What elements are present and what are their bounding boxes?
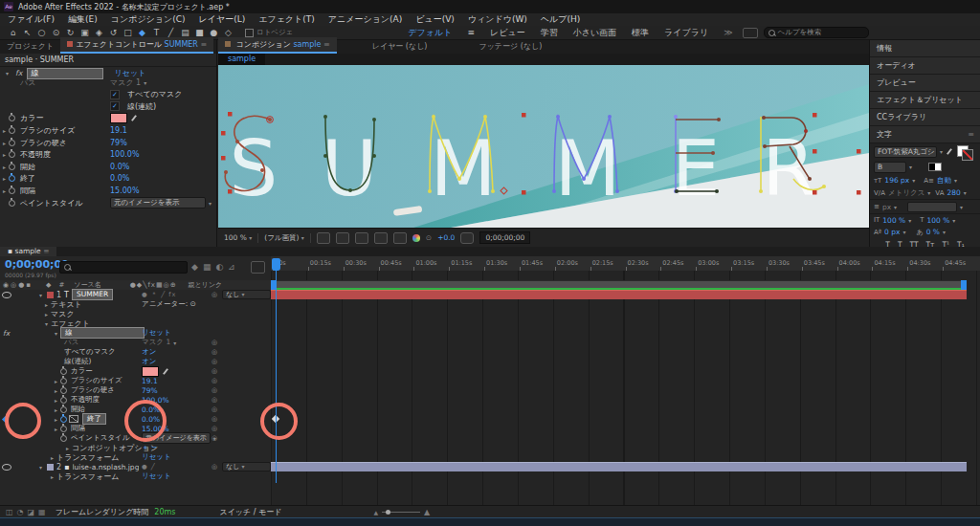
snapshot-camera-icon[interactable] bbox=[460, 232, 474, 244]
twirl-icon[interactable]: ▾ bbox=[36, 292, 45, 298]
ec-row-10[interactable]: ペイントスタイル元のイメージを表示▾ bbox=[0, 197, 217, 208]
property-value[interactable]: 19.1 bbox=[142, 377, 158, 385]
stopwatch-icon[interactable] bbox=[9, 187, 15, 194]
workspace-tab-4[interactable]: 標準 bbox=[632, 27, 649, 39]
mask-handle[interactable] bbox=[813, 149, 817, 154]
tl-row-prop-9[interactable]: ▸ブラシのサイズ19.1◎ bbox=[0, 376, 271, 385]
group-value[interactable]: リセット bbox=[142, 452, 171, 462]
twirl-icon[interactable]: ▸ bbox=[0, 151, 9, 158]
stopwatch-icon[interactable] bbox=[9, 200, 15, 207]
property-label[interactable]: パス bbox=[64, 338, 78, 347]
path-vertex[interactable] bbox=[323, 154, 327, 158]
workspace-overflow[interactable]: ≫ bbox=[724, 28, 732, 37]
mask-visibility-icon[interactable] bbox=[355, 232, 368, 244]
stroke-width-value[interactable]: px bbox=[882, 203, 891, 211]
selection-tool-icon[interactable]: ↖ bbox=[20, 28, 34, 37]
property-label[interactable]: 間隔 bbox=[71, 424, 85, 433]
mask-handle[interactable] bbox=[522, 190, 526, 195]
path-vertex[interactable] bbox=[822, 185, 826, 188]
tl-row-group-1[interactable]: ▸テキストアニメーター: ⊙ bbox=[0, 299, 271, 309]
label-color-chip[interactable] bbox=[47, 464, 54, 471]
playhead-head[interactable] bbox=[272, 258, 280, 271]
graph-editor-icon[interactable] bbox=[251, 261, 265, 274]
tl-row-effect-4[interactable]: fx▾線リセット bbox=[0, 328, 271, 338]
panel-header-1[interactable]: オーディオ bbox=[870, 57, 980, 75]
graph-toggle-icon[interactable] bbox=[69, 415, 78, 423]
eye-icon[interactable] bbox=[2, 464, 11, 471]
path-vertex[interactable] bbox=[808, 177, 812, 181]
pan-behind-tool-icon[interactable]: ◈ bbox=[92, 28, 106, 37]
parent-link-icon[interactable]: ◎ bbox=[212, 291, 217, 298]
rulers-icon[interactable] bbox=[393, 232, 407, 244]
menu-item-7[interactable]: ウィンドウ(W) bbox=[468, 13, 527, 26]
timeline-tab[interactable]: ▪ sample ≡ bbox=[0, 247, 56, 256]
property-value-wrap[interactable]: ✓ bbox=[110, 101, 120, 111]
twirl-icon[interactable]: ▸ bbox=[52, 426, 60, 432]
twirl-icon[interactable]: ▾ bbox=[42, 320, 51, 327]
twirl-icon[interactable]: ▸ bbox=[52, 387, 60, 394]
parent-select[interactable]: なし ▾ bbox=[222, 462, 271, 471]
expression-link-icon[interactable]: ◎ bbox=[212, 339, 217, 346]
ec-row-3[interactable]: カラー bbox=[0, 113, 217, 124]
stopwatch-icon[interactable] bbox=[9, 115, 15, 121]
twirl-icon[interactable]: ▸ bbox=[0, 164, 9, 170]
twirl-icon[interactable]: ▸ bbox=[48, 454, 56, 461]
rotobezier-checkbox[interactable] bbox=[245, 29, 254, 37]
property-value-wrap[interactable] bbox=[110, 113, 139, 123]
type-tool-icon[interactable]: T bbox=[149, 28, 164, 37]
path-vertex[interactable] bbox=[674, 115, 678, 119]
tl-row-prop-10[interactable]: ▸ブラシの硬さ79%◎ bbox=[0, 385, 271, 395]
leading-value[interactable]: 自動 bbox=[937, 176, 951, 186]
mask-handle[interactable] bbox=[228, 189, 233, 194]
menu-item-4[interactable]: エフェクト(T) bbox=[258, 13, 315, 26]
stopwatch-icon[interactable] bbox=[60, 387, 67, 394]
menu-item-8[interactable]: ヘルプ(H) bbox=[541, 13, 580, 26]
property-value[interactable]: 元のイメージを表示 bbox=[110, 197, 206, 208]
path-vertex[interactable] bbox=[235, 140, 239, 143]
stopwatch-icon[interactable] bbox=[60, 435, 67, 442]
stopwatch-icon[interactable] bbox=[60, 397, 67, 404]
property-label[interactable]: カラー bbox=[71, 366, 93, 376]
region-of-interest-icon[interactable] bbox=[317, 232, 330, 244]
tl-row-group-17[interactable]: ▸トランスフォームリセット bbox=[0, 452, 271, 462]
mask-handle[interactable] bbox=[813, 190, 817, 195]
tl-row-prop-6[interactable]: すべてのマスクオン◎ bbox=[0, 347, 271, 357]
twirl-icon[interactable]: ▸ bbox=[0, 187, 9, 194]
twirl-icon[interactable]: ▾ bbox=[52, 330, 60, 337]
path-vertex[interactable] bbox=[348, 188, 352, 192]
ec-row-8[interactable]: ▸終了0.0% bbox=[0, 173, 217, 185]
kerning-value[interactable]: メトリクス bbox=[888, 188, 924, 198]
label-color-chip[interactable] bbox=[47, 292, 54, 298]
parent-link-icon[interactable]: ◎ bbox=[212, 463, 217, 471]
fill-stroke-swatches[interactable] bbox=[957, 145, 972, 159]
stopwatch-icon[interactable] bbox=[60, 416, 67, 423]
status-toggle-icons[interactable]: ◫◔◪▦ bbox=[6, 508, 50, 516]
color-swatch[interactable] bbox=[110, 113, 127, 123]
property-label[interactable]: 不透明度 bbox=[71, 395, 100, 405]
brush-tool-icon[interactable]: ╱ bbox=[164, 28, 178, 37]
stopwatch-icon[interactable] bbox=[9, 127, 15, 134]
ec-row-0[interactable]: パスマスク 1▾ bbox=[0, 77, 217, 88]
font-weight-select[interactable]: B bbox=[874, 162, 906, 173]
stopwatch-icon[interactable] bbox=[9, 140, 15, 146]
path-vertex[interactable] bbox=[224, 170, 228, 174]
group-value[interactable]: ＋ − bbox=[142, 443, 157, 452]
property-label[interactable]: ブラシの硬さ bbox=[71, 385, 115, 395]
expression-link-icon[interactable]: ◎ bbox=[212, 386, 217, 394]
font-family-select[interactable]: FOT-筑紫A丸ゴシ bbox=[874, 146, 937, 158]
eye-icon[interactable] bbox=[2, 292, 11, 298]
twirl-icon[interactable]: ▸ bbox=[0, 140, 9, 146]
tab-composition[interactable]: コンポジション sample ≡ bbox=[218, 37, 337, 54]
switches-modes-button[interactable]: スイッチ / モード bbox=[219, 507, 281, 517]
property-label[interactable]: ペイントスタイル bbox=[71, 433, 129, 443]
path-vertex[interactable] bbox=[457, 177, 461, 181]
stopwatch-icon[interactable] bbox=[9, 175, 15, 182]
ec-row-1[interactable]: すべてのマスク✓ bbox=[0, 89, 217, 100]
property-value-wrap[interactable]: オン bbox=[142, 347, 156, 357]
twirl-icon[interactable]: ▸ bbox=[52, 416, 60, 423]
panel-menu-icon[interactable]: ≡ bbox=[200, 40, 207, 49]
twirl-icon[interactable]: ▸ bbox=[0, 127, 9, 134]
stopwatch-icon[interactable] bbox=[9, 164, 15, 170]
zoom-tool-icon[interactable]: ⊙ bbox=[49, 28, 63, 37]
mask-handle[interactable] bbox=[221, 156, 226, 161]
